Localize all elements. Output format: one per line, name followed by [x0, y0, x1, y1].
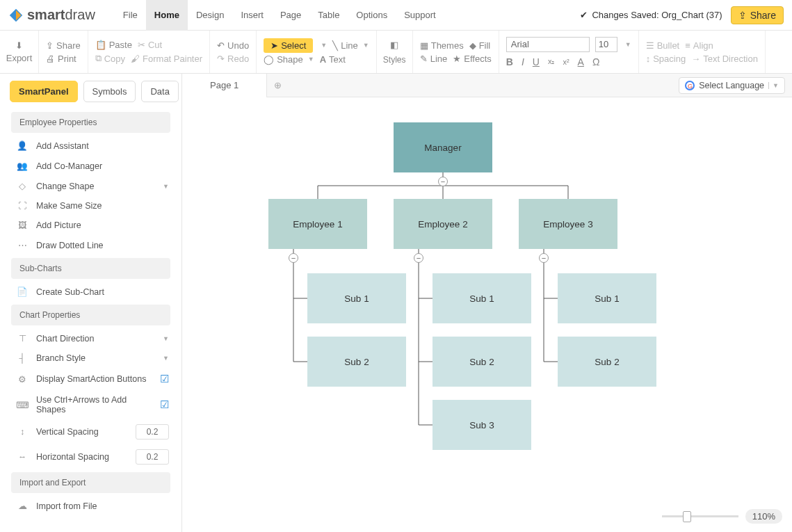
menu-table[interactable]: Table — [309, 0, 348, 31]
text-direction-button[interactable]: →Text Direction — [691, 52, 758, 65]
tab-data[interactable]: Data — [141, 81, 178, 102]
node-sub[interactable]: Sub 1 — [558, 273, 656, 323]
line-tool-button[interactable]: ╲Line▼ — [332, 39, 369, 52]
export-button[interactable]: ⬇ Export — [3, 33, 35, 70]
zoom-control: 110% — [662, 509, 782, 524]
menu-home[interactable]: Home — [146, 0, 188, 31]
font-size-input[interactable] — [595, 37, 617, 52]
node-sub[interactable]: Sub 1 — [433, 273, 531, 323]
chart-direction-button[interactable]: ⊤Chart Direction▼ — [0, 328, 177, 348]
tab-symbols[interactable]: Symbols — [83, 81, 136, 102]
node-sub[interactable]: Sub 2 — [433, 337, 531, 387]
menu-insert[interactable]: Insert — [232, 0, 272, 31]
menu-page[interactable]: Page — [272, 0, 309, 31]
share-button[interactable]: ⇪ Share — [731, 6, 784, 24]
share-small-button[interactable]: ⇪Share — [46, 39, 81, 52]
styles-button[interactable]: ◧ Styles — [380, 33, 409, 70]
chevron-down-icon: ▼ — [163, 335, 169, 342]
node-employee-3[interactable]: Employee 3 — [519, 199, 617, 249]
subscript-button[interactable]: x₂ — [548, 57, 555, 66]
styles-icon: ◧ — [390, 40, 398, 50]
zoom-slider[interactable] — [662, 515, 738, 517]
symbol-button[interactable]: Ω — [592, 56, 599, 67]
cursor-icon: ➤ — [270, 40, 278, 51]
people-icon: 👥 — [17, 161, 28, 171]
menu-file[interactable]: File — [115, 0, 146, 31]
chevron-down-icon[interactable]: ▼ — [625, 41, 631, 48]
make-same-size-button[interactable]: ⛶Make Same Size — [0, 196, 177, 216]
node-sub[interactable]: Sub 3 — [433, 400, 531, 450]
tab-smartpanel[interactable]: SmartPanel — [10, 81, 78, 102]
paste-button[interactable]: 📋Paste — [95, 38, 132, 51]
chevron-down-icon: ▼ — [308, 56, 314, 63]
text-button[interactable]: AText — [320, 53, 346, 66]
undo-button[interactable]: ↶Undo — [217, 39, 249, 52]
ribbon: ⬇ Export ⇪Share 🖨Print 📋Paste ✂Cut ⧉Copy… — [0, 31, 792, 74]
bold-button[interactable]: B — [506, 56, 513, 67]
italic-button[interactable]: I — [522, 56, 524, 67]
language-selector[interactable]: G Select Language ▼ — [679, 77, 785, 94]
zoom-value[interactable]: 110% — [745, 509, 782, 524]
underline-button[interactable]: U — [533, 56, 540, 67]
menu-design[interactable]: Design — [188, 0, 232, 31]
fill-button[interactable]: ◆Fill — [469, 39, 491, 52]
add-page-button[interactable]: ⊕ — [267, 75, 288, 96]
logo: smartdraw — [8, 7, 95, 23]
horizontal-spacing-row: ↔Horizontal Spacing — [0, 444, 177, 469]
page-tab-1[interactable]: Page 1 — [182, 74, 267, 97]
horizontal-spacing-input[interactable] — [136, 449, 169, 465]
menu-support[interactable]: Support — [396, 0, 444, 31]
line-style-button[interactable]: ✎Line — [420, 52, 448, 65]
font-color-button[interactable]: A — [578, 56, 584, 67]
add-assistant-button[interactable]: 👤Add Assistant — [0, 136, 177, 156]
branch-style-button[interactable]: ┤Branch Style▼ — [0, 348, 177, 368]
checkbox-checked-icon: ☑ — [160, 398, 169, 411]
node-sub[interactable]: Sub 2 — [307, 337, 406, 387]
gear-icon: ⚙ — [17, 374, 28, 385]
bullet-button[interactable]: ☰Bullet — [646, 39, 680, 52]
import-from-file-button[interactable]: ☁Import from File — [0, 496, 177, 516]
node-employee-2[interactable]: Employee 2 — [394, 199, 492, 249]
print-button[interactable]: 🖨Print — [46, 52, 81, 65]
logo-icon — [8, 8, 24, 23]
redo-button[interactable]: ↷Redo — [217, 52, 249, 65]
change-shape-button[interactable]: ◇Change Shape▼ — [0, 176, 177, 196]
shape-button[interactable]: ◯Shape▼ — [264, 53, 314, 66]
checkbox-checked-icon: ☑ — [160, 373, 169, 385]
select-button[interactable]: ➤Select — [264, 38, 313, 53]
cut-button[interactable]: ✂Cut — [138, 38, 162, 51]
collapse-button[interactable]: − — [539, 253, 549, 263]
node-employee-1[interactable]: Employee 1 — [268, 199, 367, 249]
collapse-button[interactable]: − — [289, 253, 298, 263]
h-spacing-icon: ↔ — [17, 452, 28, 462]
canvas[interactable]: Manager − Employee 1 Employee 2 Employee… — [182, 97, 792, 532]
share-icon: ⇪ — [738, 10, 747, 21]
display-smartaction-toggle[interactable]: ⚙Display SmartAction Buttons☑ — [0, 368, 177, 390]
collapse-button[interactable]: − — [414, 253, 423, 263]
node-sub[interactable]: Sub 2 — [558, 337, 656, 387]
zoom-thumb[interactable] — [683, 511, 691, 522]
logo-text-a: smart — [27, 7, 65, 22]
node-sub[interactable]: Sub 1 — [307, 273, 406, 323]
redo-icon: ↷ — [217, 54, 225, 64]
draw-dotted-line-button[interactable]: ⋯Draw Dotted Line — [0, 235, 177, 255]
add-co-manager-button[interactable]: 👥Add Co-Manager — [0, 156, 177, 176]
effects-button[interactable]: ★Effects — [453, 52, 492, 65]
create-sub-chart-button[interactable]: 📄Create Sub-Chart — [0, 282, 177, 302]
node-manager[interactable]: Manager — [394, 122, 492, 172]
collapse-button[interactable]: − — [438, 177, 448, 186]
format-painter-button[interactable]: 🖌Format Painter — [131, 52, 202, 65]
add-picture-button[interactable]: 🖼Add Picture — [0, 216, 177, 235]
spacing-button[interactable]: ↕Spacing — [646, 52, 686, 65]
copy-button[interactable]: ⧉Copy — [95, 51, 125, 65]
ctrl-arrows-toggle[interactable]: ⌨Use Ctrl+Arrows to Add Shapes☑ — [0, 390, 177, 419]
menu-options[interactable]: Options — [348, 0, 396, 31]
themes-button[interactable]: ▦Themes — [420, 39, 464, 52]
align-button[interactable]: ≡Align — [685, 39, 713, 52]
page-tabs: Page 1 ⊕ G Select Language ▼ — [182, 74, 792, 97]
vertical-spacing-input[interactable] — [136, 424, 169, 440]
superscript-button[interactable]: x² — [563, 58, 569, 66]
chevron-down-icon[interactable]: ▼ — [321, 42, 327, 49]
font-family-input[interactable] — [506, 37, 590, 52]
page-icon: 📄 — [17, 287, 28, 297]
